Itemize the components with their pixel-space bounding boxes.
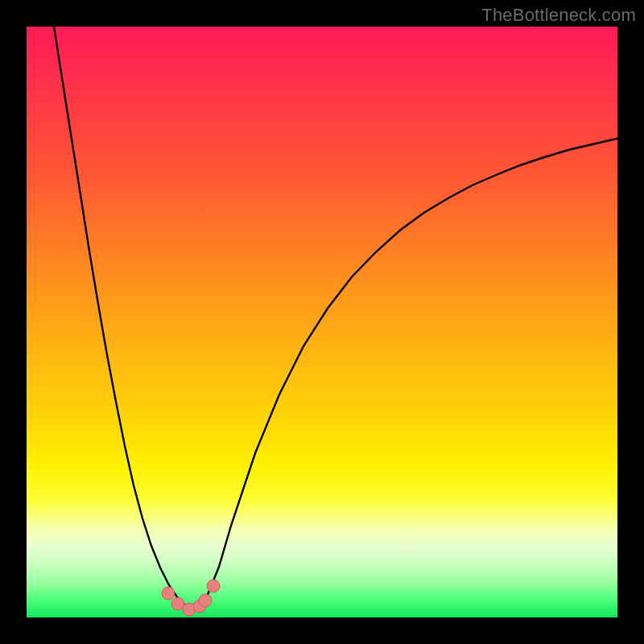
curve-right-branch — [192, 138, 617, 609]
chart-frame: TheBottleneck.com — [0, 0, 644, 644]
curve-left-branch — [54, 27, 192, 609]
marker-dot — [207, 580, 220, 592]
marker-dot — [171, 597, 184, 610]
chart-svg — [27, 27, 617, 617]
marker-dot — [199, 594, 212, 607]
chart-plot-area — [27, 27, 617, 617]
watermark-text: TheBottleneck.com — [481, 5, 636, 26]
valley-markers — [162, 580, 220, 616]
marker-dot — [162, 587, 175, 600]
